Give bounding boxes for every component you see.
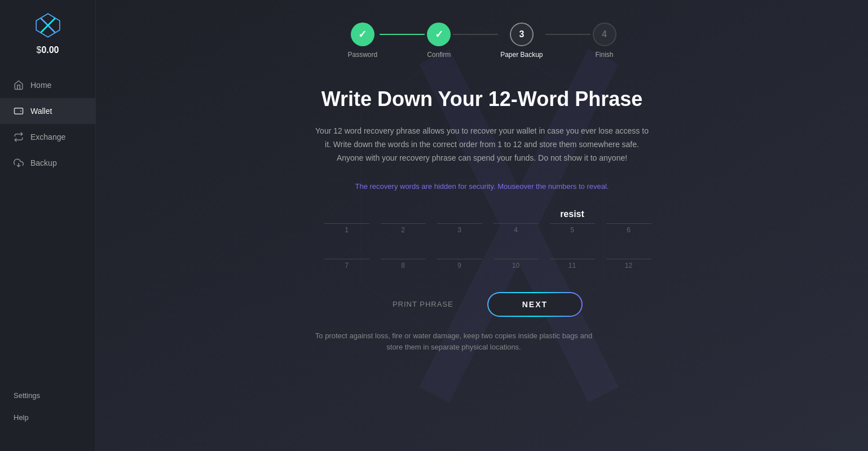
word-line-7 [324,259,369,259]
word-number-3: 3 [457,226,461,234]
step-label-paper-backup: Paper Backup [500,51,543,59]
home-icon [14,80,24,90]
print-phrase-button[interactable]: PRINT PHRASE [381,293,465,315]
step-circle-confirm: ✓ [427,23,451,46]
step-number-finish: 4 [602,29,607,39]
word-line-2 [381,223,426,224]
step-circle-paper-backup: 3 [510,23,534,46]
button-row: PRINT PHRASE NEXT [313,292,651,317]
balance-display: $0.00 [36,45,59,55]
step-confirm: ✓ Confirm [427,23,451,59]
word-line-10 [494,259,539,259]
word-line-5 [550,223,595,224]
word-number-5: 5 [570,226,574,234]
backup-label: Backup [30,158,57,167]
word-grid: 1234resist56789101112 [324,207,640,269]
sidebar-item-settings[interactable]: Settings [0,384,95,406]
next-button[interactable]: NEXT [488,293,581,316]
word-line-1 [324,223,369,224]
step-finish: 4 Finish [593,23,616,59]
step-circle-finish: 4 [593,23,616,46]
step-paper-backup: 3 Paper Backup [500,23,543,59]
word-cell-9[interactable]: 9 [437,243,482,269]
svg-rect-3 [15,108,23,114]
sidebar-item-home[interactable]: Home [0,72,95,98]
check-icon-confirm: ✓ [435,28,443,41]
step-number-paper-backup: 3 [519,29,524,39]
sidebar-item-backup[interactable]: Backup [0,150,95,176]
balance-value: 0.00 [41,45,59,55]
step-label-password: Password [347,51,377,59]
main-content: ✓ Password ✓ Confirm 3 Paper Backup [96,0,868,451]
word-number-7: 7 [345,262,349,269]
connector-1-2 [380,34,425,35]
nav-menu: Home Wallet Exchange Backup [0,72,95,384]
sidebar: $0.00 Home Wallet Exchange [0,0,96,451]
hint-text: The recovery words are hidden for securi… [313,182,651,191]
word-cell-8[interactable]: 8 [381,243,426,269]
step-label-confirm: Confirm [427,51,451,59]
word-line-4 [494,223,539,224]
word-number-1: 1 [345,226,349,234]
word-cell-3[interactable]: 3 [437,207,482,234]
sidebar-item-exchange[interactable]: Exchange [0,124,95,150]
word-number-10: 10 [512,262,519,269]
page-subtitle: Your 12 word recovery phrase allows you … [313,125,651,165]
word-line-8 [381,259,426,259]
word-line-11 [550,259,595,259]
home-label: Home [30,81,51,90]
stepper: ✓ Password ✓ Confirm 3 Paper Backup [347,23,616,59]
wallet-icon [14,106,24,116]
word-cell-4[interactable]: 4 [494,207,539,234]
logo [34,11,62,45]
page-content: Write Down Your 12-Word Phrase Your 12 w… [313,87,651,353]
step-circle-password: ✓ [351,23,374,46]
sidebar-bottom: Settings Help [0,384,95,440]
sidebar-item-help[interactable]: Help [0,406,95,428]
step-label-finish: Finish [596,51,614,59]
wallet-label: Wallet [30,107,52,116]
sidebar-item-wallet[interactable]: Wallet [0,98,95,124]
word-number-6: 6 [627,226,631,234]
word-number-11: 11 [569,262,576,269]
backup-icon [14,158,24,168]
exchange-icon [14,132,24,142]
next-button-wrapper: NEXT [487,292,583,317]
word-cell-2[interactable]: 2 [381,207,426,234]
word-number-8: 8 [401,262,405,269]
connector-3-4 [545,34,591,35]
step-password: ✓ Password [347,23,377,59]
page-title: Write Down Your 12-Word Phrase [313,87,651,111]
word-cell-10[interactable]: 10 [494,243,539,269]
word-line-12 [606,259,651,259]
check-icon-password: ✓ [358,28,367,41]
word-line-6 [606,223,651,224]
word-cell-5[interactable]: resist5 [550,207,595,234]
word-number-9: 9 [457,262,461,269]
word-number-4: 4 [514,226,518,234]
word-number-12: 12 [625,262,632,269]
word-line-9 [437,259,482,259]
footer-note: To protect against loss, fire or water d… [313,330,595,354]
word-cell-7[interactable]: 7 [324,243,369,269]
word-value-5: resist [560,207,584,221]
exchange-label: Exchange [30,132,65,142]
word-cell-12[interactable]: 12 [606,243,651,269]
word-number-2: 2 [401,226,405,234]
connector-2-3 [453,34,498,35]
word-cell-6[interactable]: 6 [606,207,651,234]
word-cell-11[interactable]: 11 [550,243,595,269]
word-line-3 [437,223,482,224]
word-cell-1[interactable]: 1 [324,207,369,234]
